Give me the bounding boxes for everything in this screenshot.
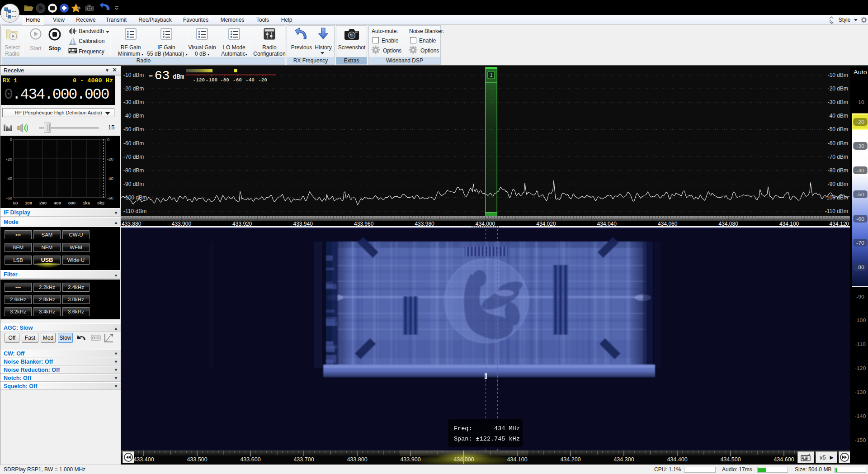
svg-text:433.900: 433.900 [400,456,420,463]
svg-text:-40 dBm: -40 dBm [828,113,848,119]
svg-text:Auto: Auto [854,69,867,76]
svg-text:-10 dBm: -10 dBm [123,72,144,78]
svg-text:433.960: 433.960 [354,221,374,227]
svg-text:-60 dBm: -60 dBm [123,140,144,147]
svg-text:433.980: 433.980 [415,221,434,227]
svg-text:-10: -10 [856,100,864,105]
svg-text:-60: -60 [107,195,113,200]
svg-text:Span: ±122.745 kHz: Span: ±122.745 kHz [454,436,520,442]
svg-text:0: 0 [107,137,109,142]
svg-text:-10 dBm: -10 dBm [828,72,848,78]
svg-text:433.880: 433.880 [122,221,142,227]
svg-text:-20: -20 [6,156,12,161]
svg-text:434.200: 434.200 [560,456,580,463]
svg-text:dBm: dBm [173,73,184,81]
svg-text:-100 dBm: -100 dBm [123,194,147,201]
svg-text:-110 dBm: -110 dBm [825,208,848,214]
svg-text:-110: -110 [855,341,866,347]
svg-text:433.800: 433.800 [347,456,367,463]
svg-text:1k6: 1k6 [83,200,90,205]
svg-text:-110 dBm: -110 dBm [123,208,146,214]
svg-text:434.020: 434.020 [536,221,556,227]
svg-text:-63: -63 [147,69,170,83]
svg-text:-80 dBm: -80 dBm [123,167,144,174]
svg-text:-40: -40 [107,176,113,181]
svg-text:-80: -80 [220,77,229,83]
svg-text:434.500: 434.500 [720,456,741,463]
svg-text:434.400: 434.400 [667,456,687,463]
svg-text:434.120: 434.120 [830,221,849,227]
svg-text:-60: -60 [233,77,242,83]
svg-text:-50 dBm: -50 dBm [123,126,144,133]
svg-text:-80: -80 [856,265,864,270]
svg-text:0: 0 [10,137,12,142]
svg-text:433.700: 433.700 [293,456,314,463]
svg-text:100: 100 [25,200,32,205]
svg-text:-90: -90 [856,294,864,299]
svg-text:-70: -70 [856,240,864,246]
svg-text:-40: -40 [856,168,864,173]
svg-text:200: 200 [39,200,47,205]
svg-text:433.900: 433.900 [172,221,192,227]
svg-text:-60: -60 [6,195,12,200]
svg-text:50: 50 [13,200,18,205]
svg-text:434.080: 434.080 [719,221,739,227]
svg-text:-100: -100 [206,77,217,83]
svg-text:434.000: 434.000 [476,221,495,227]
svg-text:-140: -140 [855,413,866,419]
svg-text:-50: -50 [856,192,864,197]
svg-text:434.600: 434.600 [774,456,794,463]
svg-text:-20: -20 [258,77,267,83]
svg-text:400: 400 [54,200,61,205]
svg-text:434.100: 434.100 [507,456,527,463]
svg-text:3k2: 3k2 [97,200,104,205]
svg-text:-60 dBm: -60 dBm [828,140,848,147]
svg-text:-90 dBm: -90 dBm [123,181,144,187]
svg-text:-150: -150 [855,437,866,443]
svg-text:-20: -20 [856,119,864,125]
svg-text:-30 dBm: -30 dBm [828,99,848,105]
svg-text:-40: -40 [6,176,12,181]
svg-text:434.040: 434.040 [597,221,617,227]
svg-text:434.100: 434.100 [779,221,799,227]
svg-text:800: 800 [68,200,75,205]
svg-text:433.400: 433.400 [133,456,154,463]
svg-text:-30: -30 [856,143,864,149]
svg-text:-40 dBm: -40 dBm [123,113,144,119]
svg-text:-80 dBm: -80 dBm [828,167,848,174]
svg-text:-20: -20 [107,156,113,161]
svg-text:-20 dBm: -20 dBm [828,85,848,92]
svg-text:1: 1 [490,72,492,78]
svg-text:-20 dBm: -20 dBm [123,85,144,92]
svg-text:-130: -130 [855,389,866,395]
svg-text:-40: -40 [245,77,255,83]
svg-text:433.600: 433.600 [240,456,260,463]
svg-text:433.940: 433.940 [293,221,313,227]
svg-text:-120: -120 [855,365,866,371]
svg-text:-60: -60 [856,216,864,222]
svg-text:433.500: 433.500 [187,456,207,463]
svg-text:-70 dBm: -70 dBm [123,154,144,160]
svg-text:433.920: 433.920 [232,221,252,227]
svg-text:-120: -120 [193,77,205,83]
svg-text:-100: -100 [855,318,866,323]
svg-text:Freq: 434 MHz: Freq: 434 MHz [454,425,520,432]
svg-text:-30 dBm: -30 dBm [123,99,144,105]
svg-text:434.060: 434.060 [658,221,678,227]
svg-text:434.300: 434.300 [613,456,634,463]
svg-text:-70 dBm: -70 dBm [828,154,848,160]
svg-text:-50 dBm: -50 dBm [828,126,848,133]
svg-text:-90 dBm: -90 dBm [828,181,848,187]
